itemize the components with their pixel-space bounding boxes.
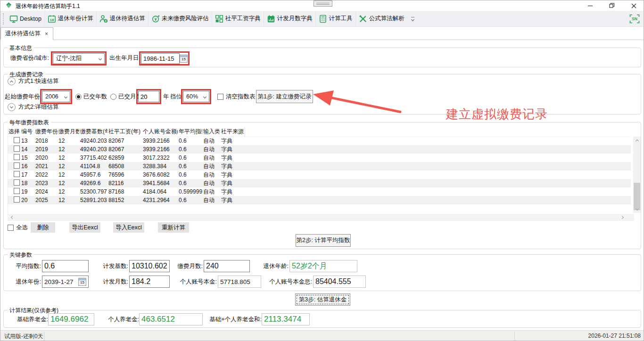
cell-payment-months: 12: [58, 187, 79, 196]
toolbar-item-risk-eval[interactable]: ¥ 未来缴费风险评估: [148, 12, 212, 25]
row-checkbox[interactable]: [14, 154, 20, 160]
cell-account-amount: 4184.064: [142, 187, 178, 196]
maximize-button[interactable]: [601, 0, 623, 11]
row-checkbox[interactable]: [14, 162, 20, 169]
province-select[interactable]: 辽宁-沈阳: [53, 53, 105, 64]
column-header[interactable]: 年平均指数: [178, 127, 202, 137]
cell-input-type: 自动: [202, 137, 220, 145]
delete-button[interactable]: 删除: [31, 222, 55, 233]
table-row[interactable]: 16 2021 12 41104.8 68508 3288.384 0.6 自动…: [8, 162, 631, 170]
yen-cycle-icon: ¥: [151, 15, 160, 23]
export-excel-button[interactable]: 导出Eexcl: [69, 222, 100, 233]
recalculate-button[interactable]: 重新计算: [158, 222, 189, 233]
toolbar-item-pension-estimate[interactable]: ¥ 退休待遇估算: [96, 12, 148, 25]
tab-close-icon[interactable]: ×: [45, 31, 48, 37]
step2-button[interactable]: 第2步: 计算平均指数: [296, 234, 351, 247]
table-row[interactable]: 17 2022 12 45957.6 76596 3676.6082 0.6 自…: [8, 170, 631, 179]
issue-base-field[interactable]: 10310.602: [129, 260, 170, 272]
row-checkbox[interactable]: [14, 137, 20, 143]
calendar-picker-icon[interactable]: 15: [78, 278, 86, 286]
cell-payment-base: 52891.203: [79, 196, 107, 204]
table-row[interactable]: 15 2020 12 37715.402 62859 3017.2322 0.6…: [8, 154, 631, 162]
start-year-select[interactable]: 2006: [42, 91, 70, 102]
toolbar-item-social-wage-dict[interactable]: 社平工资字典: [212, 12, 264, 25]
column-header[interactable]: 输入类型: [202, 127, 220, 137]
vertical-scrollbar[interactable]: [633, 137, 641, 213]
table-row[interactable]: 14 2019 12 49240.203 82067 3939.2166 0.6…: [8, 145, 631, 154]
step3-button[interactable]: 第3步: 估算退休金: [295, 293, 350, 306]
calendar-picker-icon[interactable]: 15: [180, 55, 188, 63]
select-all-checkbox[interactable]: [8, 225, 14, 231]
horizontal-scrollbar[interactable]: [8, 214, 634, 221]
desktop-icon: [9, 15, 18, 23]
level-highlight-box: 60%: [181, 89, 211, 104]
paid-count-input[interactable]: [138, 91, 159, 102]
retire-year-field[interactable]: 2039-1-27 15: [42, 276, 89, 288]
row-checkbox[interactable]: [14, 146, 20, 152]
toolbar-item-calc-tools[interactable]: 计算工具: [315, 12, 355, 25]
tab-pension-estimate[interactable]: 退休待遇估算 ×: [0, 27, 53, 40]
cell-payment-year: 2023: [34, 179, 58, 187]
paid-years-radio[interactable]: [75, 94, 82, 100]
scroll-down-button[interactable]: [633, 206, 641, 213]
table-row[interactable]: 20 2025 12 52891.203 88152 4231.2964 0.6…: [8, 196, 631, 204]
payment-months-field[interactable]: 240: [204, 260, 250, 272]
toolbar-item-desktop[interactable]: Desktop: [7, 12, 44, 25]
toolbar-item-issue-months-dict[interactable]: 计发月数字典: [264, 12, 315, 25]
table-row[interactable]: 19 2024 12 52300.797 87168 4184.064 0.59…: [8, 187, 631, 196]
row-checkbox[interactable]: [14, 188, 20, 194]
birth-date-label: 出生年月日: [109, 54, 139, 62]
table-row[interactable]: 13 2018 12 49240.203 82067 3939.2166 0.6…: [8, 137, 631, 145]
column-header[interactable]: 社平来源: [220, 127, 245, 137]
sn-badge-icon[interactable]: SN: [629, 14, 640, 24]
level-select[interactable]: 60%: [183, 91, 209, 102]
toolbar-item-label: 退休待遇估算: [110, 15, 145, 23]
toolbar-item-retire-year-calc[interactable]: 18 退休年份计算: [44, 12, 96, 25]
scroll-right-button[interactable]: [618, 214, 626, 221]
scroll-up-button[interactable]: [633, 137, 641, 144]
column-header[interactable]: 缴费基数(年): [79, 127, 107, 137]
avg-index-field[interactable]: 0.6: [42, 260, 89, 272]
cell-input-type: 自动: [202, 145, 220, 154]
issue-months-field[interactable]: 184.2: [129, 276, 170, 288]
toolbar-grip[interactable]: [3, 13, 5, 24]
column-header[interactable]: 缴费月数: [58, 127, 79, 137]
column-header[interactable]: 编号: [20, 127, 34, 137]
paid-years-label: 已交年数: [83, 93, 107, 101]
statusbar: 试用版-还剩0天 2026-01-27 21:51:08: [0, 330, 644, 341]
cell-payment-base: 52300.797: [79, 187, 107, 196]
scroll-left-button[interactable]: [8, 214, 16, 221]
import-excel-button[interactable]: 导入Eexcl: [113, 222, 144, 233]
cell-avg-index: 0.6: [178, 196, 202, 204]
cell-avg-index: 0.59999996: [178, 187, 202, 196]
cell-source: 字典: [220, 196, 245, 204]
minimize-button[interactable]: [579, 0, 601, 11]
toolbar-overflow-button[interactable]: [407, 17, 418, 21]
province-value: 辽宁-沈阳: [56, 55, 82, 63]
cell-account-amount: 3017.2322: [142, 154, 178, 162]
close-button[interactable]: [623, 0, 644, 11]
cell-payment-months: 12: [58, 170, 79, 179]
toolbar-float-handle[interactable]: [314, 0, 332, 7]
column-header[interactable]: 缴费年份: [34, 127, 58, 137]
column-header[interactable]: 个人账号金额(年): [142, 127, 178, 137]
row-select-cell: [8, 145, 20, 154]
column-header[interactable]: 社平工资(年): [107, 127, 142, 137]
row-checkbox[interactable]: [14, 196, 20, 203]
cell-payment-base: 37715.402: [79, 154, 107, 162]
step1-button[interactable]: 第1步: 建立缴费记录: [256, 90, 313, 103]
toolbar-item-label: Desktop: [20, 16, 41, 22]
birth-date-input[interactable]: 1986-11-15: [141, 53, 180, 64]
clear-index-checkbox[interactable]: [217, 94, 223, 100]
method2-expand-button[interactable]: [8, 103, 16, 111]
row-checkbox[interactable]: [14, 179, 20, 186]
row-checkbox[interactable]: [14, 171, 20, 177]
table-row[interactable]: 18 2023 12 49269.6 82116 3941.5684 0.6 自…: [8, 179, 631, 187]
paid-months-radio[interactable]: [110, 94, 116, 100]
column-header[interactable]: 选择: [8, 127, 20, 137]
row-select-cell: [8, 154, 20, 162]
method1-collapse-button[interactable]: [8, 77, 16, 85]
cell-filler: [245, 196, 631, 204]
toolbar-item-formula-analysis[interactable]: 公式算法解析: [355, 12, 407, 25]
account-principal-field: 57718.805: [218, 276, 261, 288]
